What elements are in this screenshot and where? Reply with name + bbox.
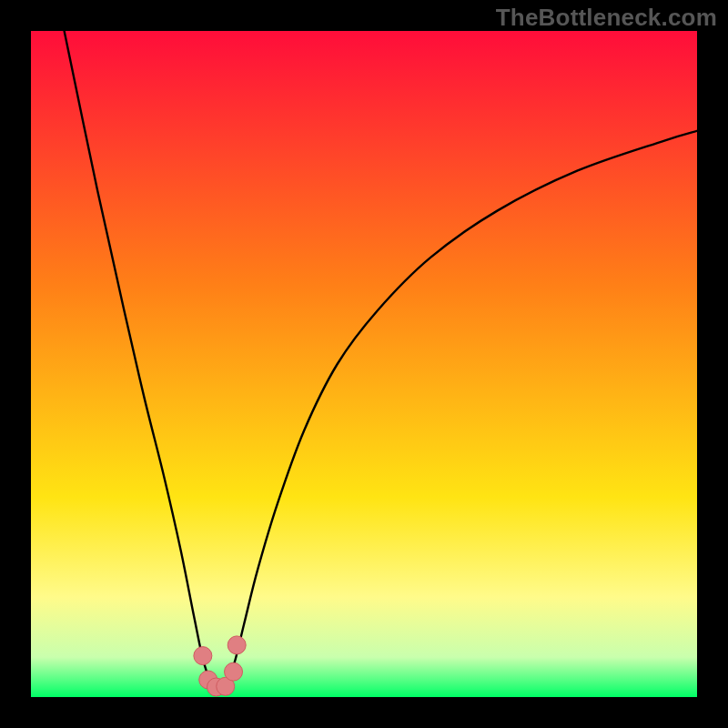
curve-marker [228,636,246,654]
gradient-background [31,31,697,697]
chart-frame: TheBottleneck.com [0,0,728,728]
plot-area [31,31,697,697]
curve-marker [225,662,243,681]
bottleneck-chart [31,31,697,697]
watermark-text: TheBottleneck.com [496,4,717,32]
curve-marker [194,647,212,665]
